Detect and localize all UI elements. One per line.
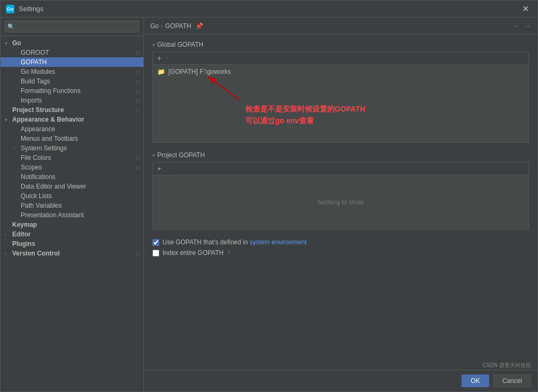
sidebar-item-plugins[interactable]: Plugins <box>1 239 143 249</box>
index-entire-gopath-label: Index entire GOPATH <box>163 249 224 257</box>
annotation-line1: 检查是不是安装时候设置的GOPATH <box>245 103 365 115</box>
breadcrumb-bar: Go › GOPATH 📌 ← → <box>144 18 537 35</box>
imports-icon: □ <box>136 98 139 104</box>
sidebar-item-gopath[interactable]: GOPATH <box>1 57 143 67</box>
sidebar-label-goroot: GOROOT <box>21 49 134 56</box>
sidebar-item-project-structure[interactable]: Project Structure □ <box>1 105 143 115</box>
sidebar-label-notifications: Notifications <box>21 173 139 181</box>
close-button[interactable]: ✕ <box>519 4 532 14</box>
sidebar-item-file-colors[interactable]: File Colors □ <box>1 153 143 163</box>
formatting-icon: □ <box>136 88 139 94</box>
project-gopath-add-button[interactable]: + <box>155 164 164 173</box>
global-gopath-list: 📁 [GOPATH] F:\goworks <box>153 65 528 142</box>
sidebar-label-plugins: Plugins <box>12 240 139 248</box>
annotation-line2: 可以通过go env查看 <box>245 115 365 126</box>
folder-icon: 📁 <box>157 68 165 75</box>
global-gopath-title: Global GOPATH <box>157 41 203 48</box>
sidebar-item-go[interactable]: ▾ Go <box>1 38 143 48</box>
index-entire-gopath-checkbox[interactable] <box>152 250 159 257</box>
sidebar-item-build-tags[interactable]: Build Tags □ <box>1 76 143 86</box>
project-gopath-down-button[interactable]: ↓ <box>183 164 191 173</box>
sidebar-label-system-settings: System Settings <box>21 144 139 152</box>
sidebar-item-system-settings[interactable]: › System Settings <box>1 143 143 153</box>
sidebar-item-presentation-assistant[interactable]: Presentation Assistant <box>1 210 143 220</box>
editor-arrow: › <box>5 232 12 237</box>
sidebar-item-editor[interactable]: › Editor <box>1 229 143 239</box>
sidebar-label-keymap: Keymap <box>12 221 139 228</box>
global-gopath-down-button[interactable]: ↓ <box>183 54 191 63</box>
sidebar-label-go-modules: Go Modules <box>21 68 134 75</box>
appearance-behavior-arrow: ▾ <box>5 117 12 123</box>
system-environment-text: system environment <box>250 238 306 246</box>
goroot-icon: □ <box>136 50 139 56</box>
settings-dialog: Go Settings ✕ 🔍 ▾ Go <box>0 0 538 392</box>
nav-forward-button[interactable]: → <box>524 22 531 30</box>
global-gopath-up-button[interactable]: ↑ <box>174 54 182 63</box>
ok-button[interactable]: OK <box>462 374 489 387</box>
project-gopath-box: + − ↑ ↓ Nothing to show <box>152 162 529 230</box>
help-icon[interactable]: ? <box>227 250 230 256</box>
sidebar-item-version-control[interactable]: › Version Control □ <box>1 249 143 258</box>
sidebar-label-menus-toolbars: Menus and Toolbars <box>21 135 139 142</box>
sidebar-label-path-variables: Path Variables <box>21 202 139 209</box>
version-control-arrow: › <box>5 251 12 257</box>
pin-icon: 📌 <box>195 22 203 30</box>
global-gopath-add-button[interactable]: + <box>155 54 164 63</box>
sidebar-label-data-editor: Data Editor and Viewer <box>21 183 139 190</box>
sidebar-item-scopes[interactable]: Scopes □ <box>1 163 143 172</box>
global-gopath-box: + − ↑ ↓ 📁 [GOPATH] F:\goworks <box>152 52 529 143</box>
system-settings-arrow: › <box>13 146 21 151</box>
sidebar-item-keymap[interactable]: Keymap <box>1 220 143 229</box>
global-gopath-remove-button[interactable]: − <box>165 54 173 63</box>
sidebar-label-formatting-functions: Formatting Functions <box>21 87 134 95</box>
project-gopath-header: ▾ Project GOPATH <box>152 151 529 159</box>
project-structure-icon: □ <box>136 107 139 113</box>
title-bar: Go Settings ✕ <box>1 1 537 18</box>
annotation-text: 检查是不是安装时候设置的GOPATH 可以通过go env查看 <box>235 92 376 138</box>
sidebar-item-data-editor[interactable]: Data Editor and Viewer <box>1 182 143 191</box>
sidebar-item-menus-toolbars[interactable]: Menus and Toolbars <box>1 134 143 143</box>
build-tags-icon: □ <box>136 79 139 84</box>
sidebar-label-quick-lists: Quick Lists <box>21 192 139 200</box>
cancel-button[interactable]: Cancel <box>493 374 531 387</box>
breadcrumb-parent: Go <box>150 22 159 30</box>
sidebar-item-appearance-behavior[interactable]: ▾ Appearance & Behavior <box>1 115 143 124</box>
annotation-area: 检查是不是安装时候设置的GOPATH 可以通过go env查看 <box>155 76 526 140</box>
watermark: CSDN @景天科技苑 <box>483 362 531 369</box>
sidebar-item-appearance[interactable]: Appearance <box>1 124 143 134</box>
sidebar-item-go-modules[interactable]: Go Modules □ <box>1 67 143 76</box>
sidebar-label-go: Go <box>12 39 139 47</box>
sidebar-label-project-structure: Project Structure <box>12 106 134 114</box>
panel-body: ▾ Global GOPATH + − ↑ ↓ 📁 [GOPATH] F:\go… <box>144 35 537 370</box>
sidebar-item-quick-lists[interactable]: Quick Lists <box>1 191 143 201</box>
sidebar-item-notifications[interactable]: Notifications <box>1 172 143 182</box>
sidebar-label-presentation-assistant: Presentation Assistant <box>21 211 139 219</box>
search-icon: 🔍 <box>7 23 15 30</box>
sidebar-item-goroot[interactable]: GOROOT □ <box>1 48 143 57</box>
sidebar-label-version-control: Version Control <box>12 250 134 257</box>
global-gopath-toolbar: + − ↑ ↓ <box>153 52 528 65</box>
go-arrow: ▾ <box>5 40 12 46</box>
bottom-bar: OK Cancel <box>144 370 537 391</box>
project-gopath-title: Project GOPATH <box>157 151 205 159</box>
use-system-gopath-checkbox[interactable] <box>152 239 159 246</box>
global-gopath-arrow[interactable]: ▾ <box>152 42 155 48</box>
nav-back-button[interactable]: ← <box>513 22 520 30</box>
sidebar-item-path-variables[interactable]: Path Variables <box>1 201 143 210</box>
project-gopath-remove-button[interactable]: − <box>165 164 173 173</box>
global-gopath-header: ▾ Global GOPATH <box>152 41 529 48</box>
use-system-gopath-label: Use GOPATH that's defined in system envi… <box>163 238 306 246</box>
index-entire-gopath-row: Index entire GOPATH ? <box>152 249 529 257</box>
right-panel: Go › GOPATH 📌 ← → ▾ Global GOPATH <box>144 18 537 391</box>
project-gopath-up-button[interactable]: ↑ <box>174 164 182 173</box>
sidebar: 🔍 ▾ Go GOROOT □ GOPA <box>1 18 144 391</box>
title-bar-left: Go Settings <box>6 5 44 13</box>
sidebar-item-imports[interactable]: Imports □ <box>1 96 143 105</box>
sidebar-item-formatting-functions[interactable]: Formatting Functions □ <box>1 86 143 96</box>
nothing-to-show: Nothing to show <box>155 177 526 227</box>
sidebar-label-editor: Editor <box>12 231 139 238</box>
sidebar-label-scopes: Scopes <box>21 164 134 171</box>
search-input[interactable] <box>5 21 139 32</box>
project-gopath-arrow[interactable]: ▾ <box>152 152 155 158</box>
search-box: 🔍 <box>1 18 143 36</box>
